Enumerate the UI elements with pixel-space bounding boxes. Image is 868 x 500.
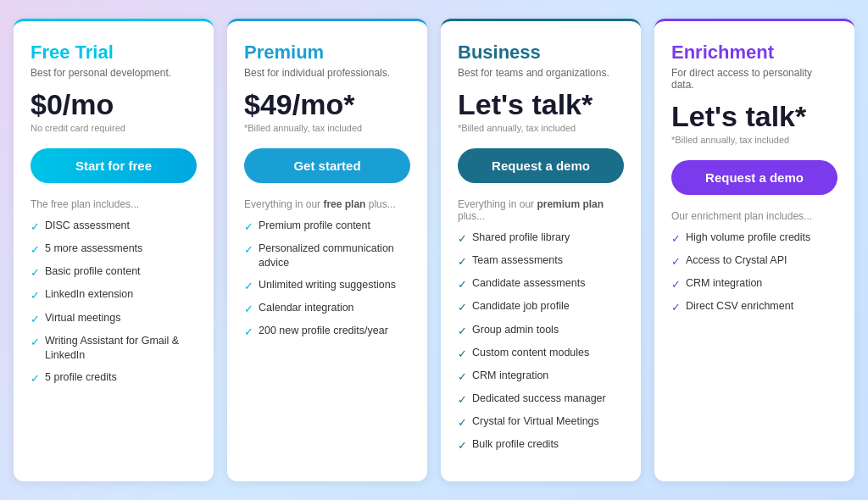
- list-item: ✓5 profile credits: [31, 370, 197, 386]
- plan-price: Let's talk*: [458, 89, 624, 120]
- feature-text: 200 new profile credits/year: [259, 324, 388, 339]
- list-item: ✓CRM integration: [671, 276, 837, 292]
- plan-price-note: No credit card required: [31, 123, 197, 135]
- cta-button-free[interactable]: Start for free: [31, 148, 197, 183]
- pricing-card-free: Free TrialBest for personal development.…: [14, 19, 214, 481]
- feature-text: Direct CSV enrichment: [686, 299, 793, 314]
- list-item: ✓High volume profile credits: [671, 231, 837, 247]
- feature-list: ✓DISC assessment✓5 more assessments✓Basi…: [31, 219, 197, 461]
- plan-includes-label: Everything in our free plan plus...: [244, 198, 410, 210]
- cta-button-premium[interactable]: Get started: [244, 148, 410, 183]
- feature-text: Access to Crystal API: [686, 253, 787, 269]
- list-item: ✓Candidate assessments: [458, 276, 624, 292]
- feature-text: Crystal for Virtual Meetings: [472, 414, 599, 430]
- cta-button-enrichment[interactable]: Request a demo: [671, 160, 837, 195]
- feature-list: ✓Shared profile library✓Team assessments…: [458, 231, 624, 461]
- plan-subtitle: Best for individual professionals.: [244, 67, 410, 79]
- plan-price: $0/mo: [31, 89, 197, 120]
- check-icon: ✓: [244, 325, 253, 340]
- check-icon: ✓: [671, 300, 681, 315]
- feature-text: Bulk profile credits: [472, 437, 559, 453]
- plan-name: Enrichment: [671, 42, 837, 64]
- check-icon: ✓: [31, 265, 40, 281]
- check-icon: ✓: [31, 242, 40, 258]
- check-icon: ✓: [458, 369, 467, 385]
- feature-text: Shared profile library: [472, 231, 570, 246]
- plan-includes-label: The free plan includes...: [31, 198, 197, 210]
- feature-text: High volume profile credits: [686, 231, 810, 246]
- check-icon: ✓: [31, 288, 40, 303]
- list-item: ✓Bulk profile credits: [458, 437, 624, 453]
- list-item: ✓Personalized communication advice: [244, 242, 410, 271]
- cta-button-business[interactable]: Request a demo: [458, 148, 624, 183]
- feature-text: Premium profile content: [259, 219, 370, 234]
- check-icon: ✓: [458, 254, 467, 269]
- check-icon: ✓: [458, 392, 467, 408]
- list-item: ✓Dedicated success manager: [458, 392, 624, 408]
- check-icon: ✓: [458, 324, 467, 339]
- plan-includes-label: Our enrichment plan includes...: [671, 210, 837, 222]
- feature-text: Team assessments: [472, 253, 563, 269]
- check-icon: ✓: [31, 335, 40, 350]
- list-item: ✓Candidate job profile: [458, 299, 624, 315]
- feature-text: CRM integration: [472, 369, 548, 384]
- feature-text: Basic profile content: [45, 264, 141, 280]
- feature-text: CRM integration: [686, 276, 762, 292]
- feature-text: LinkedIn extension: [45, 287, 133, 303]
- feature-list: ✓High volume profile credits✓Access to C…: [671, 231, 837, 461]
- feature-text: Virtual meetings: [45, 311, 120, 326]
- pricing-card-business: BusinessBest for teams and organizations…: [441, 19, 641, 481]
- list-item: ✓Crystal for Virtual Meetings: [458, 414, 624, 431]
- check-icon: ✓: [458, 438, 467, 453]
- feature-text: 5 profile credits: [45, 370, 117, 386]
- check-icon: ✓: [458, 347, 467, 362]
- feature-text: Writing Assistant for Gmail & LinkedIn: [45, 334, 197, 364]
- plan-price-note: *Billed annually, tax included: [244, 123, 410, 135]
- feature-text: 5 more assessments: [45, 242, 142, 257]
- list-item: ✓DISC assessment: [31, 219, 197, 235]
- feature-text: Group admin tools: [472, 323, 559, 338]
- list-item: ✓Access to Crystal API: [671, 253, 837, 269]
- plan-includes-label: Everything in our premium plan plus...: [458, 198, 624, 222]
- list-item: ✓200 new profile credits/year: [244, 324, 410, 340]
- check-icon: ✓: [244, 242, 253, 258]
- plan-name: Business: [458, 42, 624, 64]
- plan-price: Let's talk*: [671, 101, 837, 132]
- list-item: ✓Basic profile content: [31, 264, 197, 281]
- check-icon: ✓: [458, 231, 467, 247]
- pricing-card-enrichment: EnrichmentFor direct access to personali…: [654, 19, 854, 481]
- plan-subtitle: For direct access to personality data.: [671, 67, 837, 91]
- check-icon: ✓: [458, 300, 467, 315]
- feature-text: Unlimited writing suggestions: [259, 278, 396, 293]
- check-icon: ✓: [244, 219, 253, 235]
- list-item: ✓CRM integration: [458, 369, 624, 385]
- list-item: ✓Unlimited writing suggestions: [244, 278, 410, 294]
- list-item: ✓Writing Assistant for Gmail & LinkedIn: [31, 334, 197, 364]
- plan-price-note: *Billed annually, tax included: [458, 123, 624, 135]
- check-icon: ✓: [31, 219, 40, 235]
- check-icon: ✓: [671, 254, 681, 269]
- list-item: ✓Direct CSV enrichment: [671, 299, 837, 315]
- feature-text: DISC assessment: [45, 219, 130, 234]
- list-item: ✓Calendar integration: [244, 301, 410, 317]
- feature-text: Candidate job profile: [472, 299, 570, 314]
- list-item: ✓Premium profile content: [244, 219, 410, 235]
- check-icon: ✓: [671, 277, 681, 292]
- list-item: ✓Shared profile library: [458, 231, 624, 247]
- check-icon: ✓: [244, 279, 253, 294]
- pricing-card-premium: PremiumBest for individual professionals…: [227, 19, 427, 481]
- feature-text: Calendar integration: [259, 301, 354, 316]
- plan-subtitle: Best for teams and organizations.: [458, 67, 624, 79]
- list-item: ✓LinkedIn extension: [31, 287, 197, 303]
- plan-subtitle: Best for personal development.: [31, 67, 197, 79]
- plan-name: Free Trial: [31, 42, 197, 64]
- check-icon: ✓: [671, 231, 681, 247]
- check-icon: ✓: [244, 302, 253, 317]
- plan-price: $49/mo*: [244, 89, 410, 120]
- feature-text: Personalized communication advice: [259, 242, 410, 271]
- list-item: ✓Custom content modules: [458, 346, 624, 362]
- list-item: ✓Team assessments: [458, 253, 624, 269]
- plan-name: Premium: [244, 42, 410, 64]
- feature-list: ✓Premium profile content✓Personalized co…: [244, 219, 410, 461]
- check-icon: ✓: [458, 415, 467, 431]
